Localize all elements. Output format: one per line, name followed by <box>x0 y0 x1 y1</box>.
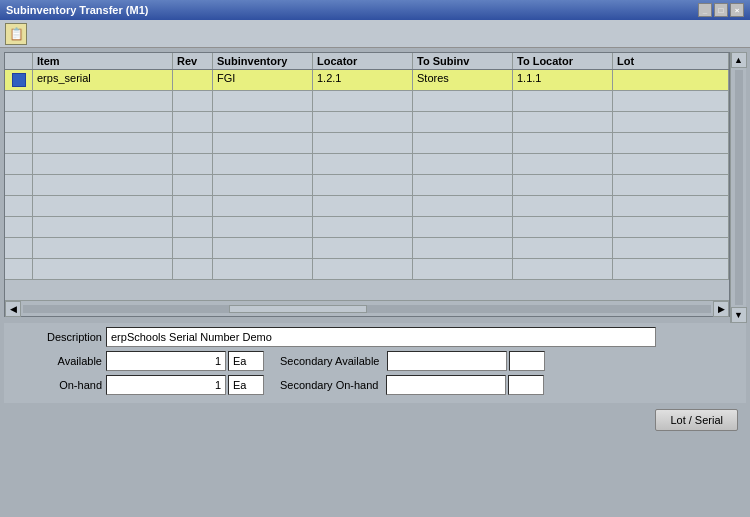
cell-locator[interactable] <box>313 196 413 216</box>
cell-to_subinv[interactable] <box>413 175 513 195</box>
cell-to_locator[interactable] <box>513 112 613 132</box>
row-selector[interactable] <box>5 196 33 216</box>
cell-locator[interactable] <box>313 133 413 153</box>
lot-serial-button[interactable]: Lot / Serial <box>655 409 738 431</box>
cell-subinventory[interactable] <box>213 91 313 111</box>
cell-to_locator[interactable] <box>513 154 613 174</box>
cell-item[interactable] <box>33 196 173 216</box>
cell-locator[interactable] <box>313 154 413 174</box>
cell-item[interactable] <box>33 238 173 258</box>
cell-to_locator[interactable] <box>513 91 613 111</box>
onhand-uom[interactable] <box>228 375 264 395</box>
table-row[interactable] <box>5 133 729 154</box>
cell-to_locator[interactable] <box>513 196 613 216</box>
cell-locator[interactable]: 1.2.1 <box>313 70 413 90</box>
onhand-value[interactable] <box>106 375 226 395</box>
cell-item[interactable] <box>33 133 173 153</box>
row-selector[interactable] <box>5 175 33 195</box>
cell-item[interactable] <box>33 154 173 174</box>
cell-to_subinv[interactable]: Stores <box>413 70 513 90</box>
cell-rev[interactable] <box>173 112 213 132</box>
vertical-scrollbar[interactable]: ▲ ▼ <box>730 52 746 323</box>
cell-lot[interactable] <box>613 238 729 258</box>
cell-to_locator[interactable] <box>513 238 613 258</box>
table-row[interactable] <box>5 259 729 280</box>
horizontal-scrollbar[interactable]: ◀ ▶ <box>5 300 729 316</box>
cell-lot[interactable] <box>613 259 729 279</box>
cell-subinventory[interactable]: FGI <box>213 70 313 90</box>
cell-subinventory[interactable] <box>213 259 313 279</box>
row-selector[interactable] <box>5 112 33 132</box>
table-row[interactable] <box>5 154 729 175</box>
cell-lot[interactable] <box>613 112 729 132</box>
cell-item[interactable] <box>33 217 173 237</box>
cell-item[interactable]: erps_serial <box>33 70 173 90</box>
cell-rev[interactable] <box>173 175 213 195</box>
table-row[interactable] <box>5 217 729 238</box>
scroll-right-button[interactable]: ▶ <box>713 301 729 317</box>
cell-to_subinv[interactable] <box>413 91 513 111</box>
cell-to_subinv[interactable] <box>413 196 513 216</box>
cell-subinventory[interactable] <box>213 175 313 195</box>
scroll-left-button[interactable]: ◀ <box>5 301 21 317</box>
cell-rev[interactable] <box>173 133 213 153</box>
scroll-up-button[interactable]: ▲ <box>731 52 747 68</box>
available-value[interactable] <box>106 351 226 371</box>
cell-to_subinv[interactable] <box>413 154 513 174</box>
cell-rev[interactable] <box>173 259 213 279</box>
cell-to_locator[interactable] <box>513 133 613 153</box>
cell-to_subinv[interactable] <box>413 259 513 279</box>
cell-rev[interactable] <box>173 238 213 258</box>
cell-locator[interactable] <box>313 238 413 258</box>
cell-locator[interactable] <box>313 217 413 237</box>
cell-subinventory[interactable] <box>213 133 313 153</box>
cell-rev[interactable] <box>173 91 213 111</box>
cell-to_subinv[interactable] <box>413 112 513 132</box>
table-row[interactable] <box>5 91 729 112</box>
cell-locator[interactable] <box>313 259 413 279</box>
secondary-onhand-uom[interactable] <box>508 375 544 395</box>
description-field[interactable] <box>106 327 656 347</box>
save-icon[interactable]: 📋 <box>5 23 27 45</box>
table-row[interactable] <box>5 112 729 133</box>
table-row[interactable] <box>5 175 729 196</box>
cell-to_locator[interactable] <box>513 217 613 237</box>
cell-subinventory[interactable] <box>213 217 313 237</box>
cell-lot[interactable] <box>613 70 729 90</box>
cell-lot[interactable] <box>613 91 729 111</box>
cell-lot[interactable] <box>613 133 729 153</box>
cell-subinventory[interactable] <box>213 196 313 216</box>
cell-subinventory[interactable] <box>213 112 313 132</box>
cell-to_subinv[interactable] <box>413 217 513 237</box>
secondary-onhand-value[interactable] <box>386 375 506 395</box>
cell-to_subinv[interactable] <box>413 133 513 153</box>
secondary-available-uom[interactable] <box>509 351 545 371</box>
cell-item[interactable] <box>33 112 173 132</box>
cell-to_locator[interactable] <box>513 175 613 195</box>
minimize-button[interactable]: _ <box>698 3 712 17</box>
row-selector[interactable] <box>5 133 33 153</box>
cell-subinventory[interactable] <box>213 154 313 174</box>
row-selector[interactable] <box>5 154 33 174</box>
row-selector[interactable] <box>5 91 33 111</box>
cell-lot[interactable] <box>613 175 729 195</box>
h-scroll-track[interactable] <box>23 305 711 313</box>
close-button[interactable]: × <box>730 3 744 17</box>
cell-rev[interactable] <box>173 217 213 237</box>
cell-rev[interactable] <box>173 70 213 90</box>
cell-to_locator[interactable] <box>513 259 613 279</box>
row-selector[interactable] <box>5 238 33 258</box>
cell-item[interactable] <box>33 175 173 195</box>
cell-locator[interactable] <box>313 175 413 195</box>
cell-lot[interactable] <box>613 154 729 174</box>
table-row[interactable]: erps_serialFGI1.2.1Stores1.1.1 <box>5 70 729 91</box>
cell-lot[interactable] <box>613 217 729 237</box>
cell-to_locator[interactable]: 1.1.1 <box>513 70 613 90</box>
cell-rev[interactable] <box>173 196 213 216</box>
table-row[interactable] <box>5 196 729 217</box>
cell-lot[interactable] <box>613 196 729 216</box>
cell-subinventory[interactable] <box>213 238 313 258</box>
cell-locator[interactable] <box>313 91 413 111</box>
row-selector[interactable] <box>5 217 33 237</box>
cell-to_subinv[interactable] <box>413 238 513 258</box>
